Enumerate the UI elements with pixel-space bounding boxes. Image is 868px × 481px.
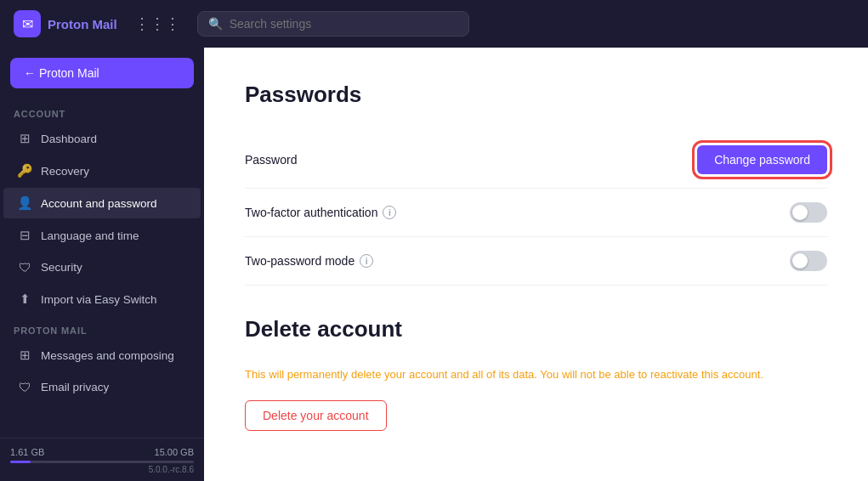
toggle-slider-2: [790, 251, 827, 271]
dashboard-icon: ⊞: [17, 131, 32, 146]
back-button[interactable]: ← Proton Mail: [10, 58, 194, 88]
topbar: ✉ Proton Mail ⋮⋮⋮ 🔍: [0, 0, 868, 48]
account-section-label: ACCOUNT: [0, 99, 204, 122]
sidebar-item-label: Dashboard: [41, 133, 97, 145]
privacy-icon: 🛡: [17, 380, 32, 394]
storage-used: 1.61 GB: [10, 447, 44, 457]
passwords-title: Passwords: [245, 82, 827, 108]
shield-icon: 🛡: [17, 260, 32, 274]
proton-mail-section-label: PROTON MAIL: [0, 315, 204, 339]
password-row: Password Change password: [245, 132, 827, 189]
search-input[interactable]: [230, 17, 458, 31]
password-label: Password: [245, 153, 697, 167]
sidebar-item-dashboard[interactable]: ⊞ Dashboard: [3, 123, 201, 154]
messages-icon: ⊞: [17, 348, 32, 363]
sidebar-item-label: Email privacy: [41, 381, 109, 393]
sidebar-item-easy-switch[interactable]: ⬆ Import via Easy Switch: [3, 284, 201, 314]
two-password-toggle[interactable]: [790, 251, 827, 271]
two-factor-row: Two-factor authentication i: [245, 189, 827, 237]
two-factor-info-icon[interactable]: i: [383, 206, 396, 219]
sidebar-item-label: Import via Easy Switch: [41, 293, 157, 306]
storage-fill: [10, 461, 31, 463]
import-icon: ⬆: [17, 291, 32, 307]
language-icon: ⊟: [17, 228, 32, 243]
toggle-slider: [790, 202, 827, 223]
sidebar-item-label: Messages and composing: [41, 349, 174, 362]
two-password-info-icon[interactable]: i: [360, 254, 373, 268]
two-password-mode-label: Two-password mode i: [245, 254, 790, 268]
storage-progress-bar: [10, 461, 194, 463]
sidebar: ← Proton Mail ACCOUNT ⊞ Dashboard 🔑 Reco…: [0, 48, 204, 481]
sidebar-item-label: Recovery: [41, 165, 89, 178]
sidebar-item-email-privacy[interactable]: 🛡 Email privacy: [3, 372, 201, 402]
sidebar-item-account-password[interactable]: 👤 Account and password: [3, 188, 201, 218]
sidebar-item-label: Security: [41, 261, 82, 274]
storage-total: 15.00 GB: [155, 447, 194, 457]
two-factor-label: Two-factor authentication i: [245, 206, 790, 219]
main-layout: ← Proton Mail ACCOUNT ⊞ Dashboard 🔑 Reco…: [0, 48, 868, 481]
content-area: Passwords Password Change password Two-f…: [204, 48, 868, 481]
proton-logo-icon: ✉: [14, 10, 41, 37]
grid-icon[interactable]: ⋮⋮⋮: [131, 11, 184, 37]
sidebar-item-label: Account and password: [41, 197, 157, 210]
sidebar-item-language-time[interactable]: ⊟ Language and time: [3, 220, 201, 251]
sidebar-item-security[interactable]: 🛡 Security: [3, 252, 201, 282]
delete-account-title: Delete account: [245, 316, 827, 342]
recovery-icon: 🔑: [17, 163, 32, 178]
change-password-button[interactable]: Change password: [697, 145, 827, 174]
two-factor-toggle[interactable]: [790, 202, 827, 223]
storage-area: 1.61 GB 15.00 GB 5.0.0.-rc.8.6: [0, 438, 204, 481]
account-icon: 👤: [17, 195, 32, 211]
sidebar-item-messages-composing[interactable]: ⊞ Messages and composing: [3, 340, 201, 371]
version-label: 5.0.0.-rc.8.6: [10, 465, 194, 474]
app-name: Proton Mail: [48, 17, 117, 31]
delete-account-section: Delete account This will permanently del…: [245, 316, 827, 431]
delete-account-button[interactable]: Delete your account: [245, 400, 387, 431]
sidebar-item-recovery[interactable]: 🔑 Recovery: [3, 156, 201, 186]
logo-area: ✉ Proton Mail: [14, 10, 117, 37]
sidebar-item-label: Language and time: [41, 229, 139, 242]
delete-warning-text: This will permanently delete your accoun…: [245, 366, 827, 383]
search-icon: 🔍: [208, 17, 223, 31]
two-password-mode-row: Two-password mode i: [245, 237, 827, 286]
search-bar: 🔍: [197, 11, 469, 37]
